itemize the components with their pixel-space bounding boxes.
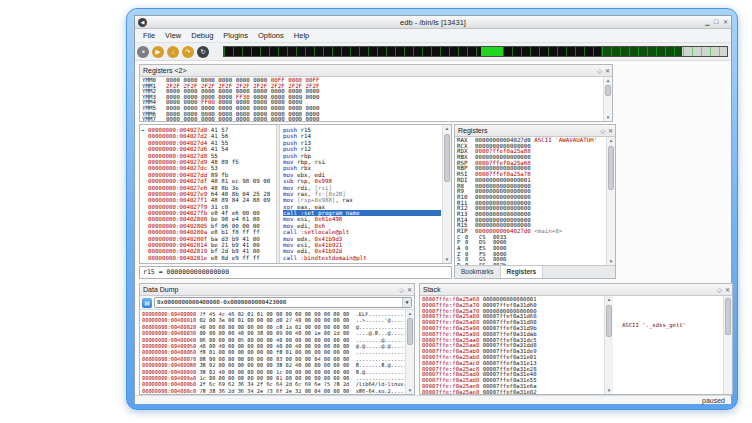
region-select[interactable]: 0x0000000000400000-0x0000000000423000 ▼ — [154, 297, 412, 308]
data-dump-toolbar: ▤ 0x0000000000400000-0x0000000000423000 … — [140, 296, 414, 310]
scroll-up-icon[interactable]: ▲ — [607, 137, 615, 144]
scroll-down-icon[interactable]: ▼ — [406, 387, 414, 394]
hex-row[interactable]: 00000000:004000c0 78 38 36 2d 36 34 2e 7… — [142, 388, 412, 394]
scroll-up-icon[interactable]: ▲ — [604, 77, 612, 84]
disassembly-panel: →00000000:004027d0 41 57push r15 0000000… — [139, 124, 452, 264]
memory-map-strip — [223, 46, 728, 57]
registers2-panel: Registers <2> ◇✕ YMM00000 0000 0000 0000… — [139, 64, 613, 122]
panel-title: Data Dump ◇✕ — [140, 284, 414, 296]
stack-ascii-note: ASCII '._sdss_gett' — [622, 322, 686, 328]
undock-icon[interactable]: ◇ — [717, 287, 722, 293]
scroll-up-icon[interactable]: ▲ — [605, 296, 613, 303]
menu-item-help[interactable]: Help — [289, 29, 314, 43]
scroll-down-icon[interactable]: ▼ — [605, 387, 613, 394]
scroll-thumb[interactable] — [605, 85, 611, 96]
scroll-down-icon[interactable]: ▼ — [443, 256, 451, 263]
menubar: FileViewDebugPluginsOptionsHelp — [135, 29, 731, 43]
disasm-row[interactable]: 00000000:0040281e e8 8d e9 ff ffcall :bi… — [141, 255, 451, 261]
register-list: RAX00000000004027d0 ASCII 'AWAVAUATUH'RC… — [455, 137, 615, 270]
close-icon[interactable]: ✕ — [608, 128, 613, 134]
register-preview: r15 = 0000000000000000 — [139, 266, 452, 279]
window-frame: ◀ edb - /bin/ls [13431] ▁☐✕ FileViewDebu… — [126, 8, 738, 410]
goto-address-icon[interactable]: ▤ — [142, 298, 152, 308]
scroll-thumb[interactable] — [407, 318, 413, 345]
scrollbar[interactable]: ▲ ▼ — [405, 310, 414, 394]
panel-title: Stack ◇✕ — [420, 284, 732, 296]
scroll-thumb[interactable] — [444, 134, 450, 181]
disassembly-list: →00000000:004027d0 41 57push r15 0000000… — [140, 125, 451, 263]
run-icon[interactable]: ▶ — [152, 46, 164, 58]
ymm-row[interactable]: YMM70000 0000 0000 0000 0000 0000 0000 0… — [142, 117, 610, 122]
scrollbar[interactable]: ▲ ▼ — [606, 137, 615, 265]
dock-tabbar: BookmarksRegisters — [455, 265, 615, 278]
status-bar: paused — [135, 395, 731, 404]
minimize-icon[interactable]: ▁ — [705, 19, 710, 25]
scrollbar[interactable] — [723, 296, 732, 394]
menu-item-view[interactable]: View — [160, 29, 186, 43]
menu-item-options[interactable]: Options — [253, 29, 289, 43]
undock-icon[interactable]: ◇ — [597, 68, 602, 74]
edb-window: ◀ edb - /bin/ls [13431] ▁☐✕ FileViewDebu… — [134, 15, 732, 404]
scrollbar[interactable]: ▲ ▼ — [442, 125, 451, 263]
close-icon[interactable]: ✕ — [725, 287, 730, 293]
scroll-down-icon[interactable]: ▼ — [607, 258, 615, 265]
close-icon[interactable]: ✕ — [605, 68, 610, 74]
undock-icon[interactable]: ◇ — [399, 287, 404, 293]
tab-bookmarks[interactable]: Bookmarks — [455, 266, 501, 278]
menu-item-plugins[interactable]: Plugins — [218, 29, 253, 43]
step-into-icon[interactable]: ↓ — [167, 46, 179, 58]
maximize-icon[interactable]: ☐ — [714, 19, 719, 25]
chevron-down-icon[interactable]: ▼ — [402, 298, 411, 307]
scroll-thumb[interactable] — [606, 305, 612, 337]
hex-dump-list: 00000000:00400000 7f 45 4c 46 02 01 01 0… — [140, 310, 414, 395]
toolbar: ⏸▶↓↷↻ — [135, 43, 731, 61]
ymm-register-list: YMM00000 0000 0000 0000 0000 0000 00FF 0… — [140, 77, 612, 122]
scroll-thumb[interactable] — [725, 298, 731, 335]
scroll-up-icon[interactable]: ▲ — [443, 125, 451, 132]
pause-icon[interactable]: ⏸ — [137, 46, 149, 58]
menu-item-file[interactable]: File — [138, 29, 160, 43]
menu-item-debug[interactable]: Debug — [186, 29, 218, 43]
close-icon[interactable]: ✕ — [407, 287, 412, 293]
status-text: paused — [702, 397, 725, 404]
window-title: edb - /bin/ls [13431] — [135, 16, 731, 29]
restart-icon[interactable]: ↻ — [197, 46, 209, 58]
undock-icon[interactable]: ◇ — [600, 128, 605, 134]
tab-registers[interactable]: Registers — [501, 266, 544, 278]
data-dump-panel: Data Dump ◇✕ ▤ 0x0000000000400000-0x0000… — [139, 283, 415, 395]
scroll-down-icon[interactable]: ▼ — [604, 114, 612, 121]
registers-panel: Registers ◇✕ RAX00000000004027d0 ASCII '… — [454, 124, 616, 279]
scrollbar[interactable]: ▲ ▼ — [603, 77, 612, 121]
scrollbar[interactable]: ▲ ▼ — [604, 296, 613, 394]
region-value: 0x0000000000400000-0x0000000000423000 — [157, 298, 286, 307]
scroll-up-icon[interactable]: ▲ — [406, 310, 414, 317]
scroll-thumb[interactable] — [608, 146, 614, 189]
stack-panel: Stack ◇✕ 00007ffe:f0a25a68 0000000000000… — [419, 283, 733, 395]
step-over-icon[interactable]: ↷ — [182, 46, 194, 58]
stack-list: 00007ffe:f0a25a68 000000000000000100007f… — [420, 296, 732, 395]
titlebar[interactable]: ◀ edb - /bin/ls [13431] ▁☐✕ — [135, 16, 731, 29]
close-icon[interactable]: ✕ — [723, 19, 728, 25]
panel-title: Registers ◇✕ — [455, 125, 615, 137]
panel-title: Registers <2> ◇✕ — [140, 65, 612, 77]
